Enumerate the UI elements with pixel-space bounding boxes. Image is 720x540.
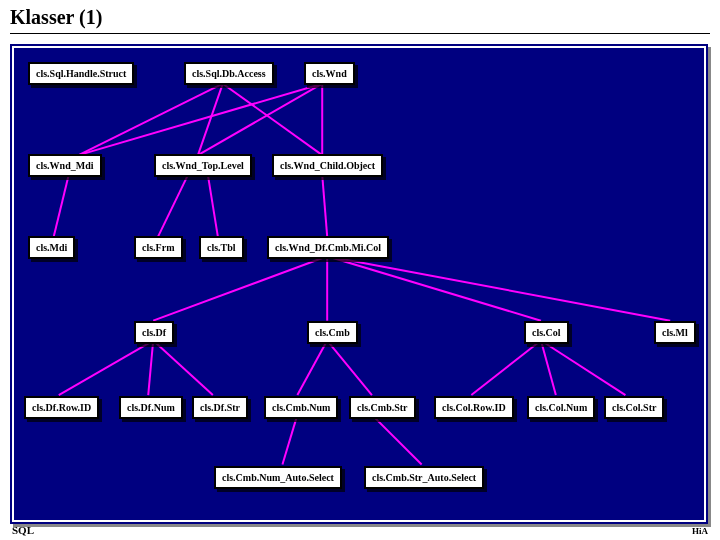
- svg-line-3: [79, 84, 323, 155]
- svg-line-14: [59, 341, 153, 396]
- svg-line-10: [153, 256, 327, 320]
- svg-line-9: [322, 175, 327, 236]
- title-underline: [10, 33, 710, 34]
- svg-line-4: [198, 84, 322, 155]
- svg-line-6: [54, 175, 69, 236]
- node-cmb-str: cls.Cmb.Str: [349, 396, 416, 419]
- svg-line-0: [79, 84, 223, 155]
- node-col-row-id: cls.Col.Row.ID: [434, 396, 514, 419]
- node-tbl: cls.Tbl: [199, 236, 244, 259]
- node-col-str: cls.Col.Str: [604, 396, 664, 419]
- diagram-canvas: cls.Sql.Handle.Struct cls.Sql.Db.Access …: [10, 44, 708, 524]
- node-df-row-id: cls.Df.Row.ID: [24, 396, 99, 419]
- svg-line-21: [541, 341, 626, 396]
- node-cmb-num: cls.Cmb.Num: [264, 396, 338, 419]
- svg-line-17: [297, 341, 327, 396]
- svg-line-1: [198, 84, 223, 155]
- footer-left: SQL: [12, 524, 34, 536]
- node-wnd-df-cmb-mi-col: cls.Wnd_Df.Cmb.Mi.Col: [267, 236, 389, 259]
- node-wnd-child-object: cls.Wnd_Child.Object: [272, 154, 383, 177]
- node-col: cls.Col: [524, 321, 569, 344]
- svg-line-16: [153, 341, 213, 396]
- node-df-num: cls.Df.Num: [119, 396, 183, 419]
- page-title: Klasser (1): [0, 0, 720, 33]
- svg-line-19: [471, 341, 541, 396]
- diagram-inner: cls.Sql.Handle.Struct cls.Sql.Db.Access …: [12, 46, 706, 522]
- svg-line-2: [223, 84, 322, 155]
- node-mdi: cls.Mdi: [28, 236, 75, 259]
- svg-line-12: [327, 256, 541, 320]
- node-sql-db-access: cls.Sql.Db.Access: [184, 62, 274, 85]
- svg-line-7: [158, 175, 188, 236]
- node-wnd-mdi: cls.Wnd_Mdi: [28, 154, 102, 177]
- node-col-num: cls.Col.Num: [527, 396, 595, 419]
- svg-line-18: [327, 341, 372, 396]
- svg-line-13: [327, 256, 670, 320]
- node-wnd-top-level: cls.Wnd_Top.Level: [154, 154, 252, 177]
- node-frm: cls.Frm: [134, 236, 183, 259]
- node-sql-handle-struct: cls.Sql.Handle.Struct: [28, 62, 134, 85]
- svg-line-8: [208, 175, 218, 236]
- svg-line-20: [541, 341, 556, 396]
- node-cmb-num-auto-select: cls.Cmb.Num_Auto.Select: [214, 466, 342, 489]
- connector-lines: [14, 48, 704, 520]
- node-cmb: cls.Cmb: [307, 321, 358, 344]
- node-df-str: cls.Df.Str: [192, 396, 248, 419]
- footer-right: HiA: [692, 526, 708, 536]
- node-cmb-str-auto-select: cls.Cmb.Str_Auto.Select: [364, 466, 484, 489]
- svg-line-23: [372, 415, 422, 465]
- node-df: cls.Df: [134, 321, 174, 344]
- svg-line-22: [282, 415, 297, 465]
- node-wnd: cls.Wnd: [304, 62, 355, 85]
- node-ml: cls.Ml: [654, 321, 696, 344]
- svg-line-15: [148, 341, 153, 396]
